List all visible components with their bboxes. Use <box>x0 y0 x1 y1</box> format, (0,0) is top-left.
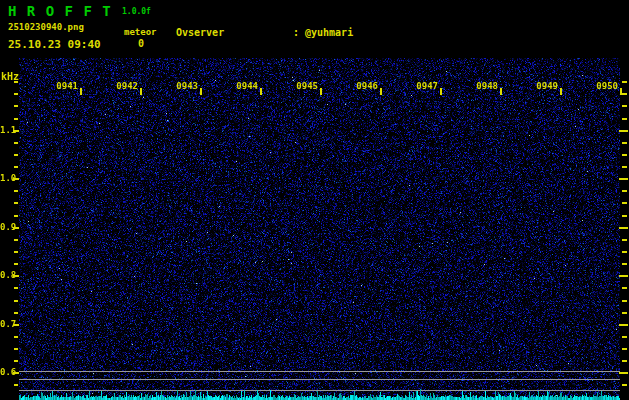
time-tick <box>80 88 82 95</box>
freq-minor-tick <box>14 336 18 338</box>
freq-minor-tick <box>14 287 18 289</box>
freq-minor-tick <box>14 251 18 253</box>
app-title: H R O F F T <box>8 3 112 19</box>
freq-minor-tick <box>14 154 18 156</box>
freq-minor-tick <box>14 348 18 350</box>
freq-tick-label: 0.6 <box>0 367 13 378</box>
time-tick-label: 0944 <box>232 81 258 92</box>
freq-major-tick-right <box>619 324 628 326</box>
spectrogram-canvas <box>19 58 620 400</box>
freq-minor-tick-right <box>622 336 627 338</box>
freq-minor-tick <box>14 300 18 302</box>
freq-minor-tick <box>14 384 18 386</box>
freq-minor-tick-right <box>622 348 627 350</box>
info-label: Ovserver <box>176 27 293 39</box>
freq-minor-tick-right <box>622 384 627 386</box>
time-tick <box>320 88 322 95</box>
freq-minor-tick-right <box>622 118 627 120</box>
time-tick-label: 0948 <box>472 81 498 92</box>
freq-major-tick-right <box>619 275 628 277</box>
freq-minor-tick <box>14 312 18 314</box>
freq-minor-tick-right <box>622 202 627 204</box>
freq-minor-tick <box>14 263 18 265</box>
freq-minor-tick <box>14 202 18 204</box>
meteor-counter-label: meteor <box>124 27 157 38</box>
time-tick <box>200 88 202 95</box>
meteor-counter-value: 0 <box>134 38 148 50</box>
time-tick-label: 0946 <box>352 81 378 92</box>
freq-major-tick-right <box>619 372 628 374</box>
freq-minor-tick-right <box>622 300 627 302</box>
observation-timestamp: 25.10.23 09:40 <box>8 39 101 51</box>
freq-minor-tick-right <box>622 190 627 192</box>
freq-minor-tick-right <box>622 93 627 95</box>
time-tick-label: 0949 <box>532 81 558 92</box>
freq-minor-tick <box>14 118 18 120</box>
freq-minor-tick-right <box>622 105 627 107</box>
time-tick-label: 0945 <box>292 81 318 92</box>
freq-tick-label: 0.7 <box>0 319 13 330</box>
info-value: @yuhmari <box>305 27 353 38</box>
time-tick-label: 0942 <box>112 81 138 92</box>
freq-minor-tick-right <box>622 263 627 265</box>
time-tick <box>560 88 562 95</box>
freq-minor-tick <box>14 360 18 362</box>
freq-minor-tick <box>14 239 18 241</box>
freq-minor-tick <box>14 190 18 192</box>
freq-tick-label: 0.9 <box>0 222 13 233</box>
freq-tick-label: 0.8 <box>0 270 13 281</box>
output-filename: 2510230940.png <box>8 22 84 33</box>
freq-tick-label: 1.1 <box>0 125 13 136</box>
time-tick <box>380 88 382 95</box>
freq-minor-tick <box>14 93 18 95</box>
freq-minor-tick-right <box>622 239 627 241</box>
freq-minor-tick <box>14 105 18 107</box>
time-tick-label: 0943 <box>172 81 198 92</box>
freq-minor-tick <box>14 142 18 144</box>
time-tick-label: 0941 <box>52 81 78 92</box>
freq-minor-tick-right <box>622 154 627 156</box>
time-tick-label: 0947 <box>412 81 438 92</box>
info-separator: : <box>293 27 305 39</box>
freq-major-tick-right <box>619 130 628 132</box>
time-tick <box>500 88 502 95</box>
freq-minor-tick-right <box>622 312 627 314</box>
freq-minor-tick-right <box>622 215 627 217</box>
time-tick <box>620 88 622 95</box>
freq-minor-tick-right <box>622 360 627 362</box>
time-tick <box>140 88 142 95</box>
info-row-observer: Ovserver:@yuhmari <box>176 27 552 39</box>
freq-minor-tick-right <box>622 287 627 289</box>
freq-major-tick-right <box>619 227 628 229</box>
app-version: 1.0.0f <box>122 7 151 17</box>
time-tick-label: 0950 <box>592 81 618 92</box>
hrofft-window: H R O F F T 1.0.0f 2510230940.png 25.10.… <box>0 0 629 400</box>
freq-minor-tick-right <box>622 81 627 83</box>
freq-major-tick-right <box>619 178 628 180</box>
time-tick <box>260 88 262 95</box>
freq-minor-tick <box>14 166 18 168</box>
freq-minor-tick <box>14 81 18 83</box>
freq-minor-tick <box>14 215 18 217</box>
freq-minor-tick-right <box>622 251 627 253</box>
freq-minor-tick-right <box>622 166 627 168</box>
time-tick <box>440 88 442 95</box>
freq-minor-tick-right <box>622 142 627 144</box>
freq-tick-label: 1.0 <box>0 173 13 184</box>
